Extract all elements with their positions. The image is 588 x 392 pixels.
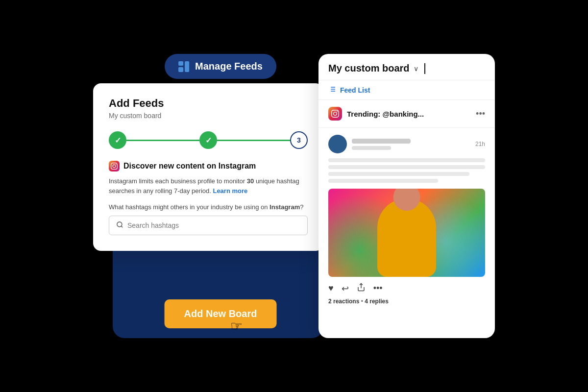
step-line-2	[217, 140, 290, 141]
board-title: My custom board	[328, 63, 410, 74]
feed-list-label: Feed List	[340, 86, 370, 94]
info-text: Instagram limits each business profile t…	[109, 176, 308, 196]
feed-list-header: Feed List	[318, 80, 495, 100]
feed-item-left: Trending: @banking...	[328, 107, 424, 121]
search-icon	[116, 221, 123, 230]
post-time: 21h	[475, 141, 485, 147]
check-icon-2: ✓	[205, 136, 212, 145]
feed-options-button[interactable]: •••	[476, 109, 485, 119]
steps-progress: ✓ ✓ 3	[109, 131, 308, 149]
add-feeds-card: Add Feeds My custom board ✓ ✓ 3	[93, 83, 323, 251]
feed-name: Trending: @banking...	[347, 110, 424, 118]
cursor-icon: ☞	[230, 318, 243, 334]
chevron-down-icon[interactable]: ∨	[414, 65, 418, 73]
step-3: 3	[290, 131, 308, 149]
search-input-wrap[interactable]	[109, 216, 308, 235]
hashtag-search-input[interactable]	[127, 221, 300, 229]
person-silhouette	[377, 198, 436, 277]
post-action-bar: ♥ ↩ •••	[328, 283, 485, 294]
post-image	[328, 189, 485, 277]
card-title: Add Feeds	[109, 97, 308, 110]
card-subtitle: My custom board	[109, 112, 308, 120]
text-line-4	[328, 179, 438, 183]
post-meta	[352, 139, 470, 150]
person-head	[393, 189, 420, 211]
feed-instagram-icon	[328, 107, 342, 121]
share-button[interactable]	[357, 283, 366, 294]
step-3-number: 3	[297, 136, 301, 144]
instagram-icon	[109, 161, 120, 172]
text-line-1	[328, 158, 485, 162]
reply-button[interactable]: ↩	[342, 283, 349, 294]
add-new-board-button[interactable]: Add New Board	[165, 299, 277, 328]
text-line-2	[328, 165, 485, 169]
svg-line-1	[121, 226, 122, 227]
step-1: ✓	[109, 131, 126, 149]
learn-more-link[interactable]: Learn more	[213, 187, 247, 195]
reactions-text: 2 reactions • 4 replies	[328, 298, 485, 305]
text-cursor	[424, 63, 425, 74]
check-icon-1: ✓	[115, 136, 121, 145]
instagram-title: Discover new content on Instagram	[123, 162, 256, 171]
manage-feeds-label: Manage Feeds	[195, 61, 263, 72]
list-icon	[328, 85, 336, 95]
avatar	[328, 135, 347, 153]
author-handle-bar	[352, 146, 391, 150]
post-card: 21h ♥ ↩	[318, 128, 495, 312]
step-2: ✓	[199, 131, 217, 149]
board-header: My custom board ∨	[318, 54, 495, 80]
text-line-3	[328, 172, 469, 176]
manage-feeds-pill: Manage Feeds	[165, 54, 276, 79]
more-actions-button[interactable]: •••	[373, 283, 383, 294]
social-board-panel: My custom board ∨ Feed List	[318, 54, 495, 338]
feed-item[interactable]: Trending: @banking... •••	[318, 100, 495, 128]
step-line-1	[126, 140, 199, 141]
hashtag-question: What hashtags might others in your indus…	[109, 203, 308, 211]
post-text-lines	[328, 158, 485, 183]
author-name-bar	[352, 139, 411, 144]
like-button[interactable]: ♥	[328, 283, 334, 294]
post-author-row: 21h	[328, 135, 485, 153]
instagram-header: Discover new content on Instagram	[109, 161, 308, 172]
svg-point-0	[117, 222, 122, 227]
grid-icon	[178, 61, 189, 72]
